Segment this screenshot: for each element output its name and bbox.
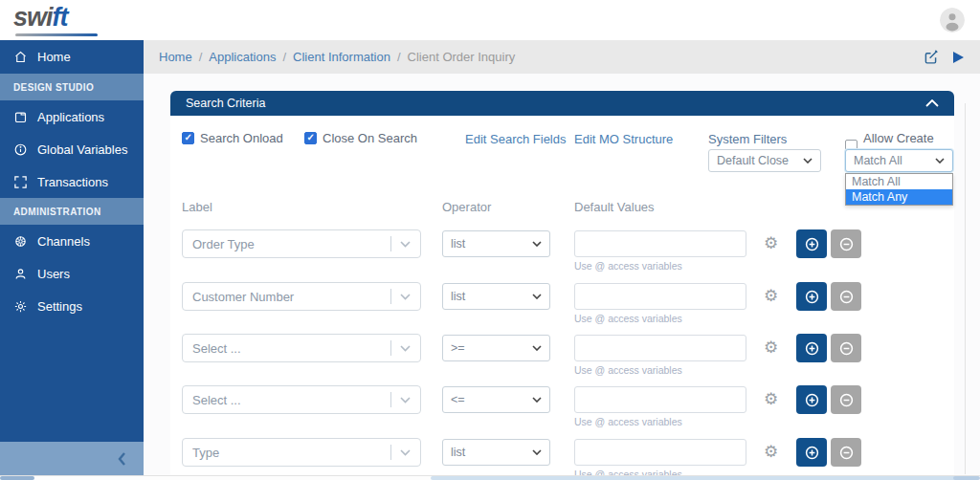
select-value: Default Close — [717, 154, 789, 167]
operator-select[interactable]: list — [442, 230, 550, 257]
field-label-select[interactable]: Type — [182, 438, 421, 467]
select-value: Select ... — [192, 341, 241, 356]
vertical-scrollbar[interactable] — [965, 103, 966, 474]
chevron-down-icon — [532, 241, 542, 247]
criteria-row: Type list Use @ access variables ⚙ — [170, 438, 954, 480]
search-criteria-header[interactable]: Search Criteria — [170, 91, 954, 116]
add-row-button[interactable] — [796, 229, 827, 258]
search-onload-checkbox[interactable]: Search Onload — [182, 131, 283, 145]
sidebar-collapse-button[interactable] — [0, 442, 144, 475]
remove-row-button[interactable] — [831, 385, 861, 414]
scrollbar-thumb[interactable] — [0, 476, 34, 480]
sidebar-item-users[interactable]: Users — [0, 257, 144, 290]
select-value: Order Type — [192, 237, 255, 251]
search-criteria-panel: Search Criteria Search Onload Close On S… — [170, 91, 954, 480]
helper-text: Use @ access variables — [574, 364, 682, 376]
add-row-button[interactable] — [796, 334, 827, 362]
breadcrumb: Home / Applications / Client Information… — [144, 40, 980, 74]
helper-text: Use @ access variables — [574, 260, 682, 272]
match-mode-select[interactable]: Match All — [845, 149, 953, 172]
operator-select[interactable]: >= — [442, 335, 550, 361]
dropdown-option-match-all[interactable]: Match All — [846, 174, 952, 189]
wheel-icon — [13, 234, 28, 249]
select-value: Match All — [854, 154, 902, 167]
default-value-input[interactable] — [574, 283, 746, 310]
checkbox-label: Close On Search — [323, 131, 417, 145]
top-header: swift — [0, 0, 980, 40]
breadcrumb-link-applications[interactable]: Applications — [209, 50, 276, 64]
breadcrumb-separator: / — [282, 50, 286, 64]
logo-text-gray: swi — [13, 3, 53, 32]
default-value-input[interactable] — [574, 335, 746, 361]
sidebar-item-settings[interactable]: Settings — [0, 290, 144, 322]
operator-select[interactable]: <= — [442, 386, 550, 413]
remove-row-button[interactable] — [831, 229, 861, 258]
select-value: <= — [451, 393, 465, 406]
system-filters-select[interactable]: Default Close — [708, 149, 821, 172]
default-value-input[interactable] — [574, 386, 746, 413]
horizontal-scrollbar[interactable] — [0, 475, 980, 480]
close-on-search-checkbox[interactable]: Close On Search — [304, 131, 417, 145]
sidebar-item-home[interactable]: Home — [0, 40, 144, 74]
select-value: Select ... — [192, 393, 241, 407]
add-row-button[interactable] — [796, 438, 827, 467]
scrollbar-thumb[interactable] — [431, 476, 962, 480]
row-settings-gear-icon[interactable]: ⚙ — [764, 388, 778, 411]
scrollbar-thumb[interactable] — [953, 476, 980, 480]
chevron-left-icon — [118, 452, 126, 466]
section-title: DESIGN STUDIO — [13, 82, 94, 93]
row-settings-gear-icon[interactable]: ⚙ — [764, 337, 778, 360]
app-root: swift Home DESIGN STUDIO Applications Gl… — [0, 0, 980, 480]
collapse-panel-button[interactable] — [925, 99, 939, 107]
column-header-default-values: Default Values — [574, 200, 655, 214]
checkbox-checked-icon[interactable] — [304, 132, 317, 144]
edit-search-fields-link[interactable]: Edit Search Fields — [465, 132, 567, 146]
field-label-select[interactable]: Order Type — [182, 229, 421, 258]
remove-row-button[interactable] — [831, 334, 861, 362]
dropdown-option-match-any[interactable]: Match Any — [846, 189, 952, 205]
row-settings-gear-icon[interactable]: ⚙ — [764, 285, 778, 308]
column-header-label: Label — [182, 200, 212, 214]
breadcrumb-link-home[interactable]: Home — [159, 50, 192, 64]
sidebar: Home DESIGN STUDIO Applications Global V… — [0, 40, 144, 480]
sidebar-item-channels[interactable]: Channels — [0, 225, 144, 257]
edit-icon[interactable] — [923, 49, 939, 65]
chevron-up-icon — [925, 99, 939, 107]
row-settings-gear-icon[interactable]: ⚙ — [764, 232, 778, 255]
breadcrumb-current: Client Order Inquiry — [408, 50, 516, 64]
remove-row-button[interactable] — [831, 282, 861, 311]
default-value-input[interactable] — [574, 439, 746, 466]
expand-arrows-icon — [13, 175, 28, 189]
checkbox-checked-icon[interactable] — [182, 132, 194, 144]
operator-select[interactable]: list — [442, 283, 550, 310]
field-label-select[interactable]: Select ... — [182, 334, 421, 362]
logo-underline — [15, 33, 98, 36]
sidebar-item-label: Settings — [37, 299, 82, 314]
checkbox-label: Search Onload — [200, 131, 283, 145]
remove-row-button[interactable] — [831, 438, 861, 467]
sidebar-item-global-variables[interactable]: Global Variables — [0, 133, 144, 165]
field-label-select[interactable]: Select ... — [182, 385, 421, 414]
match-mode-dropdown-list: Match All Match Any — [845, 173, 953, 206]
edit-mo-structure-link[interactable]: Edit MO Structure — [574, 132, 673, 146]
chevron-down-icon — [400, 241, 411, 248]
user-avatar-icon[interactable] — [940, 8, 965, 33]
select-value: list — [451, 290, 465, 303]
field-label-select[interactable]: Customer Number — [182, 282, 421, 311]
chevron-down-icon — [400, 345, 411, 352]
plus-circle-icon — [805, 446, 819, 460]
breadcrumb-link-client-information[interactable]: Client Information — [293, 50, 390, 64]
select-value: Customer Number — [192, 290, 294, 304]
play-icon[interactable] — [952, 51, 965, 64]
plus-circle-icon — [805, 290, 819, 304]
plus-circle-icon — [805, 341, 819, 356]
sidebar-item-applications[interactable]: Applications — [0, 100, 144, 133]
sidebar-item-transactions[interactable]: Transactions — [0, 165, 144, 198]
select-divider — [390, 392, 391, 407]
operator-select[interactable]: list — [442, 439, 550, 466]
add-row-button[interactable] — [796, 385, 827, 414]
add-row-button[interactable] — [796, 282, 827, 311]
default-value-input[interactable] — [574, 230, 746, 257]
minus-circle-icon — [839, 290, 854, 304]
row-settings-gear-icon[interactable]: ⚙ — [764, 441, 778, 464]
